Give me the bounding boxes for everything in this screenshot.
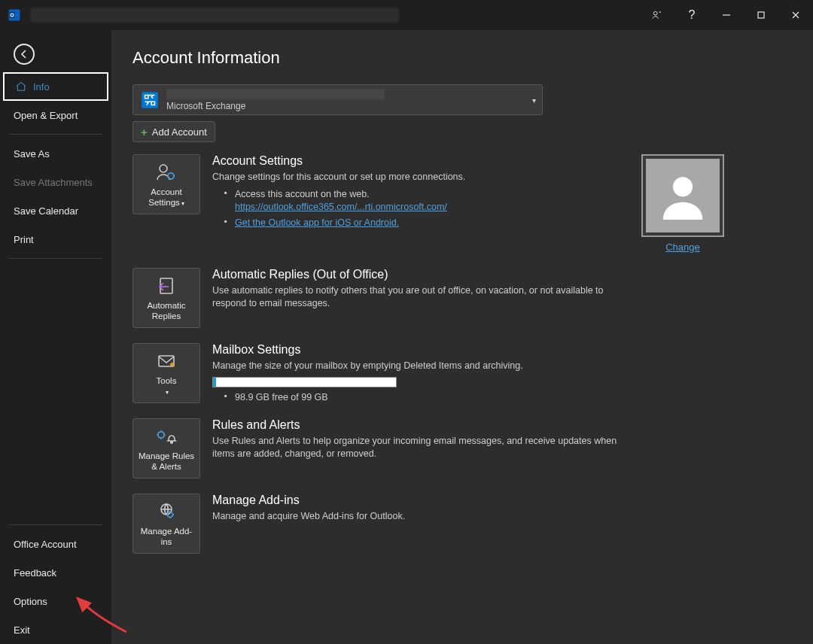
divider xyxy=(9,134,102,135)
rules-title: Rules and Alerts xyxy=(212,418,634,432)
chevron-down-icon: ▾ xyxy=(181,200,184,207)
btn-label: Automatic Replies xyxy=(136,300,196,322)
account-dropdown[interactable]: Microsoft Exchange ▾ xyxy=(132,84,543,115)
addins-icon xyxy=(156,500,177,523)
close-button[interactable] xyxy=(778,0,813,30)
svg-rect-1 xyxy=(9,12,14,18)
nav-save-calendar[interactable]: Save Calendar xyxy=(0,196,111,225)
exchange-icon xyxy=(138,88,162,112)
auto-replies-title: Automatic Replies (Out of Office) xyxy=(212,268,634,281)
btn-label: Tools xyxy=(157,376,177,385)
addins-title: Manage Add-ins xyxy=(212,494,634,507)
svg-point-16 xyxy=(171,441,173,443)
minimize-button[interactable] xyxy=(709,0,744,30)
profile-avatar xyxy=(641,154,724,237)
change-photo-link[interactable]: Change xyxy=(665,242,700,253)
storage-progress xyxy=(212,377,397,387)
bullet-item: Access this account on the web. https://… xyxy=(224,188,634,214)
account-email-redacted xyxy=(166,89,385,99)
automatic-replies-button[interactable]: Automatic Replies xyxy=(132,268,200,328)
nav-save-attachments: Save Attachments xyxy=(0,168,111,196)
mailbox-settings-desc: Manage the size of your mailbox by empty… xyxy=(212,360,634,372)
tools-button[interactable]: Tools▾ xyxy=(132,343,200,403)
mailbox-settings-title: Mailbox Settings xyxy=(212,343,634,357)
btn-label: Account Settings xyxy=(148,187,182,207)
mailbox-tools-icon xyxy=(155,350,178,372)
nav-label: Exit xyxy=(14,624,30,636)
nav-office-account[interactable]: Office Account xyxy=(0,530,111,558)
addins-desc: Manage and acquire Web Add-ins for Outlo… xyxy=(212,510,634,523)
automatic-replies-icon xyxy=(155,275,178,297)
btn-label: Manage Rules & Alerts xyxy=(136,451,196,472)
nav-info[interactable]: Info xyxy=(3,72,108,101)
storage-text: 98.9 GB free of 99 GB xyxy=(212,392,634,402)
nav-label: Save Attachments xyxy=(14,177,93,188)
web-access-link[interactable]: https://outlook.office365.com/...rti.onm… xyxy=(235,202,447,212)
help-icon[interactable]: ? xyxy=(674,0,709,30)
btn-label: Manage Add-ins xyxy=(136,526,196,548)
manage-addins-button[interactable]: Manage Add-ins xyxy=(132,494,200,554)
bullet-item: Get the Outlook app for iOS or Android. xyxy=(224,217,634,230)
nav-options[interactable]: Options xyxy=(0,587,111,615)
svg-point-3 xyxy=(653,11,657,15)
nav-label: Open & Export xyxy=(14,110,78,121)
divider xyxy=(9,258,102,259)
svg-rect-5 xyxy=(758,12,764,18)
add-account-button[interactable]: + Add Account xyxy=(132,121,215,142)
nav-label: Info xyxy=(33,81,50,93)
account-type: Microsoft Exchange xyxy=(166,101,542,111)
titlebar: ? xyxy=(0,0,813,30)
account-settings-title: Account Settings xyxy=(212,154,634,168)
nav-label: Save As xyxy=(14,148,50,159)
nav-label: Options xyxy=(14,596,47,607)
nav-save-as[interactable]: Save As xyxy=(0,139,111,168)
chevron-down-icon: ▾ xyxy=(166,389,169,396)
page-title: Account Information xyxy=(132,48,792,68)
nav-label: Feedback xyxy=(14,567,56,579)
svg-rect-8 xyxy=(142,92,158,108)
manage-rules-button[interactable]: Manage Rules & Alerts xyxy=(132,418,200,478)
plus-icon: + xyxy=(141,126,148,138)
nav-label: Save Calendar xyxy=(14,205,78,217)
nav-feedback[interactable]: Feedback xyxy=(0,558,111,587)
nav-label: Print xyxy=(14,234,34,245)
nav-exit[interactable]: Exit xyxy=(0,615,111,644)
mobile-app-link[interactable]: Get the Outlook app for iOS or Android. xyxy=(235,217,399,228)
maximize-button[interactable] xyxy=(744,0,778,30)
account-settings-icon xyxy=(155,161,178,184)
back-button[interactable] xyxy=(14,44,35,65)
svg-point-15 xyxy=(158,432,164,438)
auto-replies-desc: Use automatic replies to notify others t… xyxy=(212,284,634,310)
content-area: Account Information Microsoft Exchange ▾… xyxy=(111,30,813,644)
nav-open-export[interactable]: Open & Export xyxy=(0,101,111,129)
nav-print[interactable]: Print xyxy=(0,225,111,254)
nav-label: Office Account xyxy=(14,539,77,550)
person-icon xyxy=(646,159,720,232)
account-settings-desc: Change settings for this account or set … xyxy=(212,171,634,184)
rules-desc: Use Rules and Alerts to help organize yo… xyxy=(212,435,634,460)
account-settings-button[interactable]: Account Settings▾ xyxy=(132,154,200,214)
coming-soon-icon[interactable] xyxy=(640,0,674,30)
add-account-label: Add Account xyxy=(152,126,207,138)
chevron-down-icon: ▾ xyxy=(532,96,536,104)
svg-point-11 xyxy=(673,177,693,196)
backstage-sidebar: Info Open & Export Save As Save Attachme… xyxy=(0,30,111,644)
outlook-app-icon xyxy=(0,0,29,30)
divider xyxy=(9,524,102,525)
titlebar-redacted xyxy=(30,8,399,23)
svg-rect-12 xyxy=(160,278,172,293)
rules-alerts-icon xyxy=(154,425,178,448)
svg-point-9 xyxy=(160,165,167,172)
